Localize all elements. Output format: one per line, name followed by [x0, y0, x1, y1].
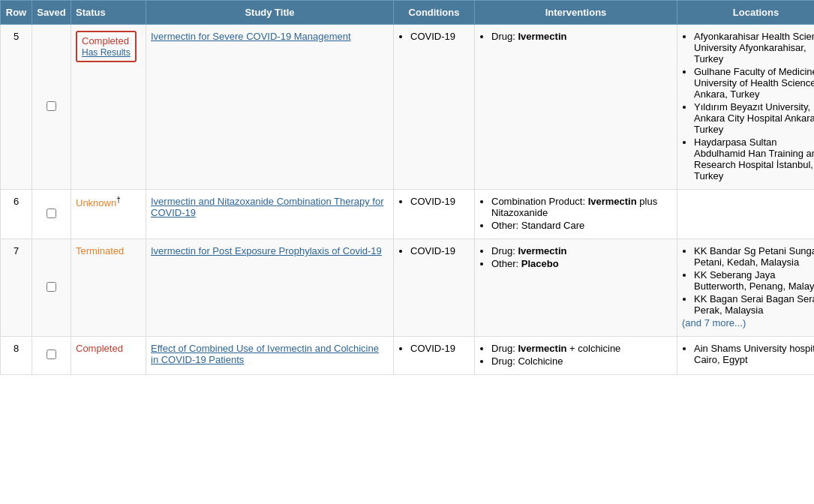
col-header-title: Study Title: [146, 1, 394, 25]
results-table: Row Saved Status Study Title Conditions …: [0, 0, 814, 375]
saved-checkbox-cell: [32, 337, 71, 375]
status-label: Completed: [82, 35, 129, 46]
location-item: Ain Shams University hospitals Cairo, Eg…: [694, 343, 814, 365]
conditions-cell: COVID-19: [394, 337, 475, 375]
col-header-interventions: Interventions: [475, 1, 677, 25]
col-header-row: Row: [1, 1, 32, 25]
title-cell: Ivermectin for Severe COVID-19 Managemen…: [146, 25, 394, 190]
condition-item: COVID-19: [410, 343, 470, 354]
table-row: 7TerminatedIvermectin for Post Exposure …: [1, 239, 815, 337]
interventions-cell: Combination Product: Ivermectin plus Nit…: [475, 190, 677, 239]
study-title-link[interactable]: Ivermectin for Post Exposure Prophylaxis…: [151, 245, 382, 256]
col-header-saved: Saved: [32, 1, 71, 25]
row-number: 8: [1, 337, 32, 375]
intervention-bold: Ivermectin: [518, 343, 566, 354]
intervention-item: Drug: Ivermectin: [491, 245, 672, 256]
location-item: Haydarpasa Sultan Abdulhamid Han Trainin…: [694, 136, 814, 182]
intervention-item: Drug: Ivermectin: [491, 31, 672, 42]
status-label: Terminated: [76, 245, 124, 256]
status-label: Unknown: [76, 197, 116, 208]
saved-checkbox-cell: [32, 190, 71, 239]
saved-checkbox[interactable]: [47, 208, 56, 218]
table-row: 6Unknown†Ivermectin and Nitazoxanide Com…: [1, 190, 815, 239]
saved-checkbox[interactable]: [47, 101, 56, 111]
row-number: 5: [1, 25, 32, 190]
location-item: (and 7 more...): [682, 317, 814, 328]
table-row: 5CompletedHas ResultsIvermectin for Seve…: [1, 25, 815, 190]
locations-cell: Afyonkarahisar Health Science University…: [677, 25, 815, 190]
study-title-link[interactable]: Ivermectin and Nitazoxanide Combination …: [151, 196, 383, 218]
status-cell: Completed: [71, 337, 146, 375]
table-row: 8CompletedEffect of Combined Use of Iver…: [1, 337, 815, 375]
study-title-link[interactable]: Ivermectin for Severe COVID-19 Managemen…: [151, 31, 351, 42]
status-cell: Unknown†: [71, 190, 146, 239]
intervention-bold: Ivermectin: [588, 196, 637, 207]
status-suffix: †: [116, 196, 121, 204]
intervention-bold: Placebo: [521, 258, 559, 269]
saved-checkbox-cell: [32, 239, 71, 337]
row-number: 7: [1, 239, 32, 337]
locations-cell: [677, 190, 815, 239]
col-header-status: Status: [71, 1, 146, 25]
saved-checkbox[interactable]: [47, 282, 56, 292]
location-item: KK Bandar Sg Petani Sungai Petani, Kedah…: [694, 245, 814, 268]
study-title-link[interactable]: Effect of Combined Use of Ivermectin and…: [151, 343, 379, 365]
has-results-link[interactable]: Has Results: [82, 47, 131, 58]
locations-cell: KK Bandar Sg Petani Sungai Petani, Kedah…: [677, 239, 815, 337]
locations-cell: Ain Shams University hospitals Cairo, Eg…: [677, 337, 815, 375]
title-cell: Effect of Combined Use of Ivermectin and…: [146, 337, 394, 375]
intervention-item: Other: Standard Care: [491, 220, 672, 231]
location-item: KK Bagan Serai Bagan Serai, Perak, Malay…: [694, 293, 814, 316]
col-header-conditions: Conditions: [394, 1, 475, 25]
intervention-item: Combination Product: Ivermectin plus Nit…: [491, 196, 672, 218]
intervention-item: Drug: Ivermectin + colchicine: [491, 343, 672, 354]
interventions-cell: Drug: Ivermectin + colchicineDrug: Colch…: [475, 337, 677, 375]
title-cell: Ivermectin and Nitazoxanide Combination …: [146, 190, 394, 239]
interventions-cell: Drug: IvermectinOther: Placebo: [475, 239, 677, 337]
condition-item: COVID-19: [410, 31, 470, 42]
location-item: Afyonkarahisar Health Science University…: [694, 31, 814, 64]
table-header: Row Saved Status Study Title Conditions …: [1, 1, 815, 25]
conditions-cell: COVID-19: [394, 239, 475, 337]
row-number: 6: [1, 190, 32, 239]
interventions-cell: Drug: Ivermectin: [475, 25, 677, 190]
col-header-locations: Locations: [677, 1, 815, 25]
title-cell: Ivermectin for Post Exposure Prophylaxis…: [146, 239, 394, 337]
location-item: Yıldırım Beyazıt University, Ankara City…: [694, 101, 814, 135]
conditions-cell: COVID-19: [394, 25, 475, 190]
condition-item: COVID-19: [410, 196, 470, 207]
conditions-cell: COVID-19: [394, 190, 475, 239]
saved-checkbox[interactable]: [47, 350, 56, 359]
condition-item: COVID-19: [410, 245, 470, 256]
status-cell: CompletedHas Results: [71, 25, 146, 190]
intervention-item: Drug: Colchicine: [491, 356, 672, 367]
intervention-item: Other: Placebo: [491, 258, 672, 269]
location-item: Gulhane Faculty of Medicine, University …: [694, 66, 814, 100]
status-label: Completed: [76, 343, 123, 354]
status-cell: Terminated: [71, 239, 146, 337]
saved-checkbox-cell: [32, 25, 71, 190]
intervention-bold: Ivermectin: [518, 31, 566, 42]
location-item: KK Seberang Jaya Butterworth, Penang, Ma…: [694, 269, 814, 292]
intervention-bold: Ivermectin: [518, 245, 566, 256]
